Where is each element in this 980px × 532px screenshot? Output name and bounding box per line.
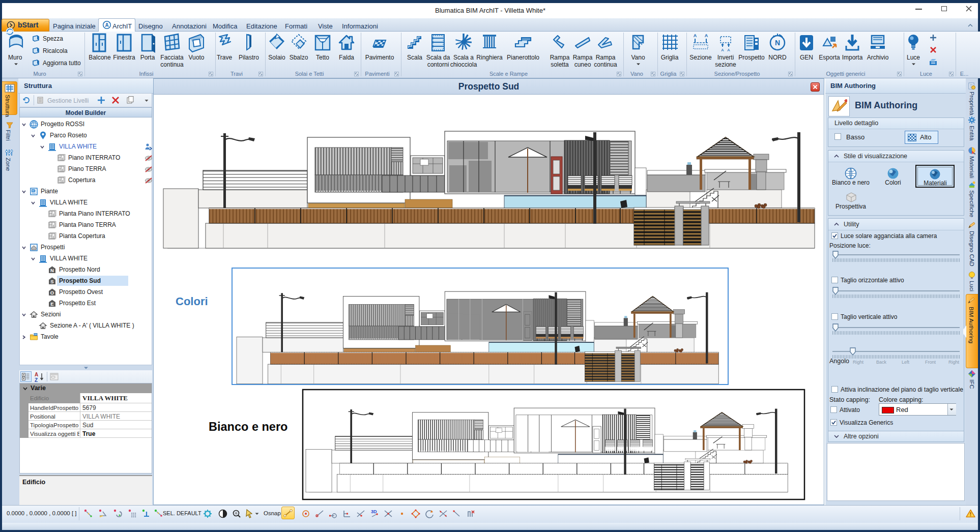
svg-text:S: S	[50, 279, 53, 284]
svg-text:N: N	[50, 268, 54, 273]
svg-text:N: N	[775, 39, 780, 47]
svg-text:A: A	[727, 48, 730, 52]
svg-text:3D: 3D	[371, 509, 377, 514]
svg-text:O: O	[50, 290, 54, 295]
svg-text:A: A	[105, 22, 108, 28]
svg-text:E: E	[50, 301, 53, 307]
svg-text:A: A	[694, 33, 697, 38]
svg-text:A: A	[705, 33, 708, 38]
svg-text:A: A	[721, 48, 724, 52]
